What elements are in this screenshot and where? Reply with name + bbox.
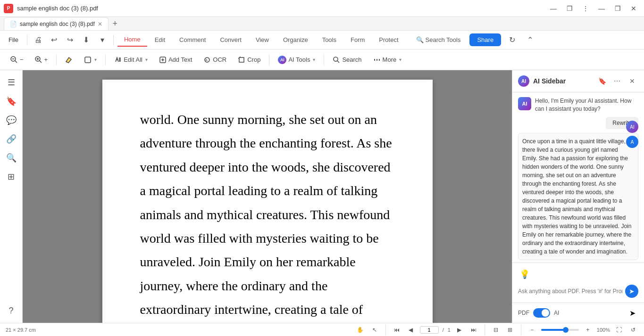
- last-page-button[interactable]: ⏭: [468, 325, 479, 335]
- separator-1: [27, 35, 27, 45]
- zoom-slider-thumb: [563, 327, 569, 333]
- next-page-button[interactable]: ▶: [454, 325, 465, 335]
- zoom-out-button[interactable]: −: [6, 54, 28, 66]
- maximize-window-button[interactable]: ❐: [611, 2, 624, 15]
- first-page-button[interactable]: ⏮: [392, 325, 402, 335]
- ai-floating-icon[interactable]: AI: [626, 121, 638, 133]
- tab-edit[interactable]: Edit: [148, 33, 172, 46]
- sidebar-comment-icon[interactable]: 💬: [3, 112, 20, 129]
- sidebar-help-icon[interactable]: ?: [3, 302, 20, 319]
- ai-floating-icon-2[interactable]: A: [626, 136, 638, 148]
- tab-tools[interactable]: Tools: [316, 33, 343, 46]
- pdf-content: world. One sunny morning, she set out on…: [140, 108, 395, 323]
- tab-label: sample english doc (3) (8).pdf: [20, 21, 95, 27]
- ai-bookmark-button[interactable]: 🔖: [596, 75, 608, 87]
- highlight-button[interactable]: [60, 54, 77, 66]
- ai-send-button[interactable]: ➤: [625, 285, 638, 298]
- page-view-button[interactable]: ⊟: [491, 325, 501, 335]
- restore-button[interactable]: ❐: [563, 2, 576, 15]
- tab-form[interactable]: Form: [344, 33, 371, 46]
- ai-close-button[interactable]: ✕: [626, 75, 638, 87]
- title-bar: P sample english doc (3) (8).pdf — ❐ ⋮ —…: [0, 0, 644, 17]
- sidebar-layers-icon[interactable]: ⊞: [3, 168, 20, 185]
- crop-button[interactable]: Crop: [233, 54, 265, 66]
- svg-point-19: [334, 57, 338, 61]
- svg-rect-21: [374, 59, 375, 61]
- ocr-button[interactable]: A OCR: [199, 54, 231, 66]
- search-tools-button[interactable]: 🔍 Search Tools: [411, 34, 466, 46]
- fit-screen-button[interactable]: ⛶: [614, 325, 624, 335]
- menu-bar: File 🖨 ↩ ↪ ⬇ ▾ Home Edit Comment Convert…: [0, 31, 644, 49]
- download-button[interactable]: ⬇: [79, 33, 93, 47]
- minimize-button[interactable]: —: [547, 2, 560, 15]
- page-number-input[interactable]: [420, 326, 439, 334]
- edit-all-button[interactable]: Edit All: [109, 54, 152, 66]
- tab-organize[interactable]: Organize: [276, 33, 315, 46]
- tab-protect[interactable]: Protect: [372, 33, 405, 46]
- add-text-label: Add Text: [168, 56, 192, 63]
- pdf-page: world. One sunny morning, she set out on…: [102, 80, 433, 323]
- sidebar-bookmark-icon[interactable]: 🔖: [3, 93, 20, 110]
- search-icon: 🔍: [416, 36, 424, 43]
- ai-text-input[interactable]: [518, 288, 622, 295]
- prev-page-button[interactable]: ◀: [406, 325, 416, 335]
- edit-all-label: Edit All: [124, 56, 142, 63]
- status-sep-2: [485, 324, 485, 336]
- toolbar: − + Edit All Add Text A OCR Crop AI AI T…: [0, 49, 644, 70]
- zoom-slider[interactable]: [541, 329, 579, 331]
- hand-tool-button[interactable]: ✋: [355, 325, 366, 335]
- ai-toggle-label: AI: [554, 310, 559, 316]
- filename-label: sample english doc (3) (8).pdf: [17, 5, 547, 12]
- dimensions-label: 21 × 29.7 cm: [6, 327, 36, 333]
- zoom-out-status-button[interactable]: −: [527, 325, 537, 335]
- cursor-tool-button[interactable]: ↖: [369, 325, 380, 335]
- svg-line-20: [337, 61, 339, 63]
- svg-line-1: [15, 60, 17, 63]
- undo-button[interactable]: ↩: [47, 33, 61, 47]
- ai-more-button[interactable]: ⋯: [611, 75, 623, 87]
- sync-button[interactable]: ↻: [505, 33, 519, 47]
- window-controls: — ❐ ⋮ — ❐ ✕: [547, 2, 640, 15]
- dropdown-button[interactable]: ▾: [95, 33, 109, 47]
- redo-button[interactable]: ↪: [63, 33, 77, 47]
- close-window-button[interactable]: ✕: [627, 2, 640, 15]
- tab-comment[interactable]: Comment: [173, 33, 212, 46]
- shape-button[interactable]: [79, 54, 101, 66]
- zoom-in-button[interactable]: +: [30, 54, 53, 66]
- ai-tools-label: AI Tools: [288, 56, 310, 63]
- main-area: ☰ 🔖 💬 🔗 🔍 ⊞ ? world. One sunny morning, …: [0, 70, 644, 323]
- svg-rect-23: [379, 59, 380, 61]
- crop-label: Crop: [247, 56, 260, 63]
- options-button[interactable]: ⋮: [579, 2, 592, 15]
- sidebar-link-icon[interactable]: 🔗: [3, 131, 20, 148]
- tab-home[interactable]: Home: [117, 33, 147, 47]
- zoom-in-label: +: [44, 56, 48, 63]
- send-message-button[interactable]: ➤: [626, 307, 638, 319]
- svg-rect-16: [239, 57, 244, 62]
- file-menu[interactable]: File: [4, 34, 23, 45]
- layout-button[interactable]: ⊞: [505, 325, 515, 335]
- sidebar-page-icon[interactable]: ☰: [3, 74, 20, 91]
- more-button[interactable]: More: [368, 54, 407, 66]
- expand-button[interactable]: ⌃: [523, 33, 537, 47]
- tab-close-icon[interactable]: ✕: [98, 21, 102, 27]
- ai-messages: AI Hello, I'm Emily your AI assistant. H…: [518, 97, 638, 262]
- toolbar-sep-2: [105, 54, 106, 66]
- pdf-area[interactable]: world. One sunny morning, she set out on…: [23, 70, 512, 323]
- minimize-window-button[interactable]: —: [595, 2, 608, 15]
- search-button[interactable]: Search: [328, 54, 366, 66]
- tab-icon: 📄: [10, 21, 17, 27]
- rotate-button[interactable]: ↺: [628, 325, 638, 335]
- share-button[interactable]: Share: [469, 33, 501, 46]
- zoom-in-status-button[interactable]: +: [583, 325, 593, 335]
- sidebar-search-icon[interactable]: 🔍: [3, 149, 20, 166]
- tab-pdf[interactable]: 📄 sample english doc (3) (8).pdf ✕: [4, 17, 109, 30]
- tab-convert[interactable]: Convert: [213, 33, 248, 46]
- ai-tools-button[interactable]: AI AI Tools ▾: [273, 53, 320, 66]
- new-tab-button[interactable]: +: [109, 17, 122, 30]
- tab-view[interactable]: View: [249, 33, 276, 46]
- print-button[interactable]: 🖨: [31, 33, 45, 47]
- ai-toggle-switch[interactable]: [533, 308, 550, 318]
- left-sidebar: ☰ 🔖 💬 🔗 🔍 ⊞ ?: [0, 70, 23, 323]
- add-text-button[interactable]: Add Text: [154, 54, 197, 66]
